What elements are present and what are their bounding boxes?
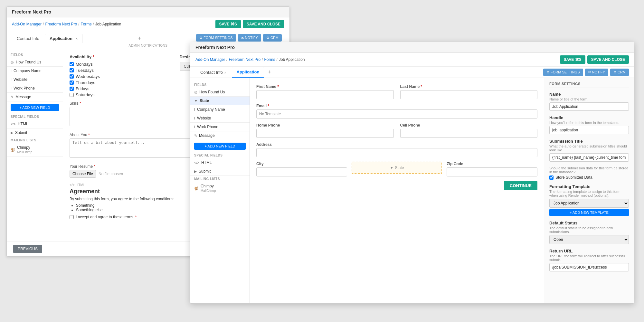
tab-application[interactable]: Application × bbox=[45, 34, 82, 43]
back-notify-button[interactable]: ✉ NOTIFY bbox=[238, 34, 261, 42]
address-input[interactable] bbox=[256, 148, 537, 157]
check-saturdays[interactable]: Saturdays bbox=[70, 92, 173, 97]
email-input[interactable] bbox=[256, 109, 537, 118]
front-sidebar-message[interactable]: ✎ Message bbox=[190, 131, 250, 140]
previous-button[interactable]: PREVIOUS bbox=[13, 245, 42, 253]
front-sidebar-submit[interactable]: ▶ Submit bbox=[190, 167, 250, 176]
front-app-title: Freeform Next Pro bbox=[195, 45, 235, 50]
front-notify-button[interactable]: ✉ NOTIFY bbox=[585, 69, 608, 76]
settings-name-field: Name Name or title of the form. bbox=[549, 92, 629, 111]
breadcrumb-freeform[interactable]: Freeform Next Pro bbox=[45, 22, 77, 26]
front-sidebar: FIELDS ◎ How Found Us ▼ State I Company … bbox=[190, 78, 250, 303]
front-tab-application[interactable]: Application bbox=[232, 67, 264, 78]
breadcrumb-addon[interactable]: Add-On Manager bbox=[12, 22, 42, 26]
settings-name-input[interactable] bbox=[549, 102, 629, 111]
tab-contact-info[interactable]: Contact Info bbox=[12, 34, 44, 43]
text-icon-2: I bbox=[11, 78, 12, 81]
back-app-title: Freeform Next Pro bbox=[12, 9, 51, 14]
continue-button[interactable]: CONTINUE bbox=[504, 181, 537, 190]
front-breadcrumb-current: Job Application bbox=[279, 57, 305, 62]
front-sidebar-work-phone[interactable]: I Work Phone bbox=[190, 123, 250, 131]
city-input[interactable] bbox=[256, 167, 347, 176]
settings-submission-title-input[interactable] bbox=[549, 153, 629, 162]
home-phone-input[interactable] bbox=[256, 129, 394, 138]
front-save-close-button[interactable]: SAVE AND CLOSE bbox=[587, 55, 629, 64]
sidebar-item-chimpy[interactable]: 🐒 ChimpyMailChimp bbox=[7, 143, 63, 156]
front-add-field-button[interactable]: + ADD NEW FIELD bbox=[194, 143, 246, 150]
front-mailing-label: MAILING LISTS bbox=[190, 176, 250, 182]
back-sidebar: FIELDS ◎ How Found Us I Company Name I W… bbox=[7, 48, 63, 241]
front-form-settings-button[interactable]: ⚙ FORM SETTINGS bbox=[543, 69, 583, 76]
settings-formatting-select[interactable]: Job Application bbox=[549, 199, 629, 208]
settings-return-url-input[interactable] bbox=[549, 263, 629, 271]
sidebar-item-how-found-us[interactable]: ◎ How Found Us bbox=[7, 58, 63, 67]
front-tab-contact-info[interactable]: Contact Info × bbox=[195, 67, 231, 77]
settings-handle-field: Handle How you'll refer to this form in … bbox=[549, 115, 629, 134]
settings-name-desc: Name or title of the form. bbox=[549, 97, 629, 101]
phone-row: Home Phone Cell Phone bbox=[256, 123, 537, 138]
back-save-s-button[interactable]: SAVE ⌘S bbox=[215, 20, 241, 28]
front-sidebar-chimpy[interactable]: 🐒 ChimpyMailChimp bbox=[190, 182, 250, 195]
settings-default-status-label: Default Status bbox=[549, 221, 629, 225]
front-crm-button[interactable]: ⚙ CRM bbox=[610, 69, 629, 76]
check-wednesdays[interactable]: Wednesdays bbox=[70, 74, 173, 79]
back-breadcrumb: Add-On Manager / Freeform Next Pro / For… bbox=[7, 17, 289, 31]
front-sidebar-state[interactable]: ▼ State bbox=[190, 97, 250, 105]
settings-store-data-text: Store Submitted Data bbox=[555, 175, 592, 180]
front-sidebar-html[interactable]: </> HTML bbox=[190, 158, 250, 167]
sidebar-item-message[interactable]: ✎ Message bbox=[7, 93, 63, 101]
front-sidebar-website[interactable]: I Website bbox=[190, 114, 250, 123]
state-field: ▼ State bbox=[352, 162, 442, 176]
front-tab-add[interactable]: + bbox=[265, 69, 275, 76]
settings-handle-input[interactable] bbox=[549, 126, 629, 134]
cell-phone-input[interactable] bbox=[400, 129, 538, 138]
settings-handle-label: Handle bbox=[549, 115, 629, 120]
last-name-input[interactable] bbox=[400, 90, 538, 99]
back-save-close-button[interactable]: SAVE AND CLOSE bbox=[243, 20, 284, 28]
sidebar-item-submit[interactable]: ▶ Submit bbox=[7, 128, 63, 137]
back-crm-button[interactable]: ⚙ CRM bbox=[263, 34, 282, 42]
state-drop-target[interactable]: ▼ State bbox=[352, 162, 442, 174]
front-breadcrumb-forms[interactable]: Forms bbox=[264, 57, 275, 62]
check-thursdays[interactable]: Thursdays bbox=[70, 80, 173, 85]
front-breadcrumb-freeform[interactable]: Freeform Next Pro bbox=[229, 57, 260, 62]
front-app-header: Freeform Next Pro bbox=[190, 42, 634, 53]
settings-store-data-checkbox[interactable] bbox=[549, 175, 554, 180]
front-sidebar-how-found-us[interactable]: ◎ How Found Us bbox=[190, 88, 250, 97]
check-mondays[interactable]: Mondays bbox=[70, 62, 173, 67]
settings-store-data-checkbox-row: Store Submitted Data bbox=[549, 175, 629, 180]
text-icon-3: I bbox=[11, 86, 12, 90]
tab-application-close[interactable]: × bbox=[76, 37, 78, 41]
submit-icon: ▶ bbox=[11, 131, 13, 135]
front-tab-contact-close[interactable]: × bbox=[224, 71, 226, 74]
sidebar-item-work-phone[interactable]: I Work Phone bbox=[7, 84, 63, 93]
sidebar-item-html[interactable]: </> HTML bbox=[7, 120, 63, 128]
settings-submission-title-label: Submission Title bbox=[549, 139, 629, 144]
back-app-header: Freeform Next Pro bbox=[7, 7, 289, 17]
agreement-checkbox[interactable] bbox=[70, 215, 74, 219]
back-form-settings-button[interactable]: ⚙ FORM SETTINGS bbox=[196, 34, 236, 42]
availability-title: Availability * bbox=[70, 54, 173, 59]
add-template-button[interactable]: + ADD NEW TEMPLATE bbox=[549, 209, 629, 216]
check-tuesdays[interactable]: Tuesdays bbox=[70, 68, 173, 73]
check-fridays[interactable]: Fridays bbox=[70, 86, 173, 91]
settings-formatting-field: Formatting Template The formatting templ… bbox=[549, 184, 629, 216]
breadcrumb-forms[interactable]: Forms bbox=[80, 22, 91, 26]
sidebar-item-website[interactable]: I Website bbox=[7, 75, 63, 84]
front-sidebar-company-name[interactable]: I Company Name bbox=[190, 105, 250, 114]
back-add-field-button[interactable]: + ADD NEW FIELD bbox=[11, 104, 59, 111]
zip-input[interactable] bbox=[447, 167, 537, 176]
settings-default-status-select[interactable]: Open bbox=[549, 235, 629, 244]
back-fields-label: FIELDS bbox=[7, 52, 63, 58]
zip-field: Zip Code bbox=[447, 162, 537, 176]
first-name-input[interactable] bbox=[256, 90, 394, 99]
front-save-s-button[interactable]: SAVE ⌘S bbox=[560, 55, 585, 64]
front-breadcrumb-addon[interactable]: Add-On Manager bbox=[195, 57, 225, 62]
front-text-icon-3: I bbox=[194, 125, 195, 129]
front-panel: Freeform Next Pro Add-On Manager / Freef… bbox=[190, 42, 634, 304]
email-label: Email * bbox=[256, 104, 537, 108]
sidebar-item-company-name[interactable]: I Company Name bbox=[7, 67, 63, 75]
continue-row: CONTINUE bbox=[256, 181, 537, 190]
tab-add-button[interactable]: + bbox=[135, 35, 144, 42]
choose-file-button[interactable]: Choose File bbox=[70, 170, 96, 178]
